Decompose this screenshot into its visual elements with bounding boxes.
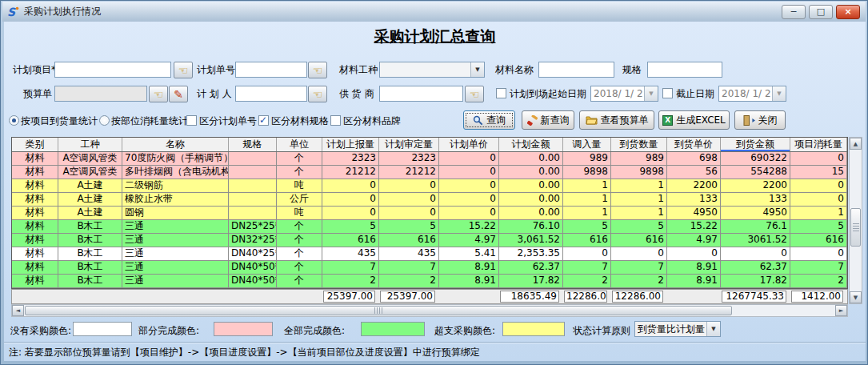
arrival-start-date-picker[interactable]: 2018/ 1/ 2 ▼ xyxy=(590,86,658,102)
chevron-down-icon[interactable]: ▼ xyxy=(470,62,484,77)
column-header[interactable]: 计划审定量 xyxy=(379,138,439,151)
table-row[interactable]: 材料B木工三通DN40*50*25个778.9162.37778.9162.37… xyxy=(12,261,847,275)
cell: 0 xyxy=(439,166,499,178)
chevron-down-icon[interactable]: ▼ xyxy=(706,322,720,336)
cell: 15.22 xyxy=(439,220,499,233)
budget-sheet-lookup-button[interactable]: ☜ xyxy=(149,86,168,102)
cell: 三通 xyxy=(122,275,229,287)
cell: 5.41 xyxy=(439,247,499,260)
supplier-input[interactable] xyxy=(379,86,463,102)
cell: 2 xyxy=(322,275,379,287)
client-area: 采购计划汇总查询 计划项目* ☜ 计划单号 ☜ 材料工种 ▼ 材料名称 规格 预… xyxy=(4,22,866,361)
budget-sheet-input[interactable] xyxy=(54,86,147,102)
table-row[interactable]: 材料A空调风管类70度防火阀（手柄调节）个2323232300.00989989… xyxy=(12,152,847,166)
totals-row: 25397.0025397.0018635.4912286.0012286.00… xyxy=(11,289,848,304)
titlebar[interactable]: S 采购计划执行情况 ─ □ × xyxy=(2,2,866,22)
cell: 435 xyxy=(322,247,379,260)
status-rule-select[interactable]: 到货量比计划量 ▼ xyxy=(634,321,721,337)
vertical-scroll-thumb[interactable] xyxy=(850,208,861,247)
table-row[interactable]: 材料A土建圆钢吨0000.0011495049501 xyxy=(12,207,847,220)
arrival-end-date-picker[interactable]: 2018/ 1/ 2 ▼ xyxy=(718,86,786,102)
material-type-select[interactable]: ▼ xyxy=(379,62,485,78)
cell: 5 xyxy=(611,220,667,233)
plan-no-input[interactable] xyxy=(235,62,307,78)
split-brand-checkbox[interactable] xyxy=(330,115,341,126)
scroll-up-button[interactable]: ▲ xyxy=(850,138,862,150)
query-button[interactable]: 查询 xyxy=(463,110,515,130)
split-spec-checkbox[interactable] xyxy=(258,115,269,126)
split-plan-no-checkbox[interactable] xyxy=(186,115,197,126)
column-header[interactable]: 计划上报量 xyxy=(322,138,379,151)
legend-partial-swatch xyxy=(214,322,273,336)
horizontal-scrollbar[interactable]: ◄ ► xyxy=(11,304,848,317)
table-row[interactable]: 材料B木工三通DN40*25*32个4354355.412,353.350000… xyxy=(12,247,847,261)
supplier-lookup-button[interactable]: ☜ xyxy=(465,86,484,102)
close-form-button[interactable]: 关闭 xyxy=(734,110,786,130)
view-budget-button[interactable]: 查看预算单 xyxy=(579,110,654,130)
table-row[interactable]: 材料A土建橡胶止水带公斤0000.00111331330 xyxy=(12,193,847,207)
plan-project-lookup-button[interactable]: ☜ xyxy=(174,62,193,78)
cell: 0 xyxy=(322,179,379,192)
cell: 7 xyxy=(611,261,667,274)
cell: 76.1 xyxy=(721,220,790,233)
scroll-left-button[interactable]: ◄ xyxy=(12,305,24,316)
table-row[interactable]: 材料B木工三通DN32*25*25个6166164.973,061.526166… xyxy=(12,234,847,247)
column-header[interactable]: 名称 xyxy=(122,138,229,151)
column-header[interactable]: 规格 xyxy=(229,138,277,151)
column-header[interactable]: 工种 xyxy=(58,138,122,151)
cell: 0 xyxy=(439,152,499,165)
minimize-button[interactable]: ─ xyxy=(782,5,806,19)
column-header[interactable]: 计划金额 xyxy=(499,138,563,151)
scroll-right-button[interactable]: ► xyxy=(835,305,847,316)
vertical-scrollbar[interactable]: ▲ ▼ xyxy=(849,137,862,304)
cell: 0 xyxy=(790,152,847,165)
excel-button[interactable]: X 生成EXCEL xyxy=(658,110,730,130)
horizontal-scroll-thumb[interactable] xyxy=(25,306,732,315)
column-header[interactable]: 类别 xyxy=(12,138,58,151)
column-header[interactable]: 单位 xyxy=(277,138,322,151)
pointing-hand-icon: ☜ xyxy=(313,65,323,76)
column-header[interactable]: 计划单价 xyxy=(439,138,499,151)
plan-no-lookup-button[interactable]: ☜ xyxy=(308,62,327,78)
cell: 0.00 xyxy=(499,152,563,165)
arrival-start-label: 计划到场起始日期 xyxy=(510,86,586,102)
cell: 7 xyxy=(322,261,379,274)
table-row[interactable]: 材料B木工三通DN25*25*25个5515.2276.105515.2276.… xyxy=(12,220,847,234)
by-part-radio[interactable] xyxy=(99,115,110,126)
cell: 2200 xyxy=(721,179,790,192)
brush-icon xyxy=(527,115,538,126)
cell: DN40*50*32 xyxy=(229,275,277,287)
cell: 0 xyxy=(379,207,439,219)
column-header[interactable]: 到货金额 xyxy=(721,138,790,151)
column-header[interactable]: 项目消耗量 xyxy=(790,138,847,151)
column-header[interactable]: 到货数量 xyxy=(611,138,667,151)
cell: 17.82 xyxy=(721,275,790,287)
cell: 0 xyxy=(563,247,611,260)
cell: 2 xyxy=(611,275,667,287)
new-query-button[interactable]: 新查询 xyxy=(522,110,574,130)
table-row[interactable]: 材料B木工三通DN40*50*32个228.9117.82228.9117.82… xyxy=(12,275,847,288)
cell: 材料 xyxy=(12,234,58,247)
table-row[interactable]: 材料A土建二级钢筋吨0000.0011220022000 xyxy=(12,179,847,193)
arrival-start-checkbox[interactable] xyxy=(496,88,506,98)
planner-input[interactable] xyxy=(235,86,307,102)
pointing-hand-icon: ☜ xyxy=(154,89,164,100)
material-name-input[interactable] xyxy=(538,62,614,78)
cell: 21212 xyxy=(379,166,439,178)
cell xyxy=(229,179,277,192)
maximize-button[interactable]: □ xyxy=(809,5,833,19)
budget-sheet-edit-button[interactable]: ✎ xyxy=(169,86,188,102)
by-project-radio[interactable] xyxy=(9,115,19,126)
cell: 0 xyxy=(322,193,379,206)
arrival-end-checkbox[interactable] xyxy=(662,88,673,98)
plan-project-input[interactable] xyxy=(54,62,171,78)
table-row[interactable]: 材料A空调风管类多叶排烟阀（含电动机构个212122121200.0098989… xyxy=(12,166,847,179)
scroll-down-button[interactable]: ▼ xyxy=(850,291,862,303)
column-header[interactable]: 到货单价 xyxy=(667,138,721,151)
planner-lookup-button[interactable]: ☜ xyxy=(308,86,327,102)
spec-input[interactable] xyxy=(647,62,722,78)
column-header[interactable]: 调入量 xyxy=(563,138,611,151)
cell: 个 xyxy=(277,247,322,260)
close-button[interactable]: × xyxy=(836,5,860,19)
cell: 76.10 xyxy=(499,220,563,233)
